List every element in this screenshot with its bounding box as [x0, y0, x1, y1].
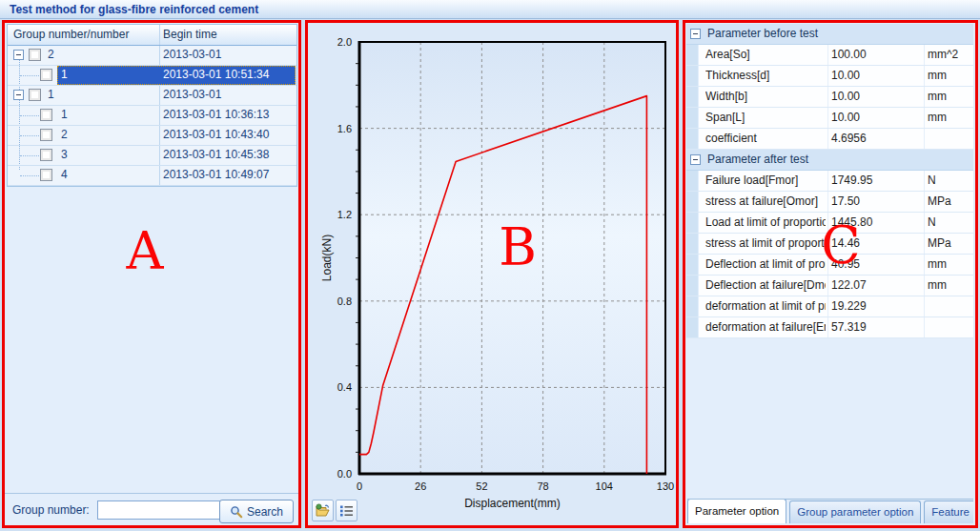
open-folder-button[interactable]: [312, 500, 334, 521]
collapse-icon[interactable]: [13, 50, 24, 60]
parameter-name: deformation at failure[Emor]: [705, 320, 826, 334]
row-gutter: [686, 129, 699, 149]
column-divider: [159, 146, 160, 165]
x-tick-label: 26: [415, 480, 426, 492]
tree-connector-stub: [20, 175, 39, 176]
checkbox[interactable]: [40, 169, 52, 181]
table-row[interactable]: 12013-03-01: [8, 86, 296, 106]
checkbox[interactable]: [29, 49, 41, 61]
table-row[interactable]: 22013-03-01: [8, 46, 296, 66]
parameter-unit: mm: [928, 278, 947, 292]
begin-time-cell: 2013-03-01 10:51:34: [163, 68, 269, 81]
column-divider: [924, 66, 925, 86]
parameter-name: Thickness[d]: [705, 69, 826, 82]
x-tick-label: 52: [476, 480, 487, 492]
column-divider: [924, 192, 925, 212]
tab-parameter-option[interactable]: Parameter option: [687, 499, 786, 523]
parameter-name: coefficient: [705, 132, 826, 145]
collapse-icon[interactable]: [13, 90, 24, 100]
parameter-name: Deflection at limit of proporti...: [705, 257, 826, 271]
y-tick-label: 0.8: [337, 296, 352, 307]
collapse-icon[interactable]: [690, 154, 701, 165]
table-header[interactable]: Group number/number Begin time: [8, 25, 296, 46]
tab-group-parameter-option[interactable]: Group parameter option: [789, 500, 921, 523]
test-number-cell: 1: [61, 68, 68, 81]
parameter-name: Area[So]: [705, 48, 826, 61]
section-header[interactable]: Parameter before test: [686, 24, 973, 45]
parameter-name: Width[b]: [705, 90, 826, 103]
parameter-name: Span[L]: [705, 111, 826, 124]
test-number-cell: 4: [61, 168, 68, 181]
parameter-value: 10.00: [831, 90, 922, 103]
y-axis-label: Load(kN): [320, 235, 334, 281]
tab-feature[interactable]: Feature: [924, 500, 973, 523]
row-gutter: [686, 87, 699, 107]
table-row[interactable]: 32013-03-01 10:45:38: [8, 146, 296, 166]
table-row[interactable]: 12013-03-01 10:36:13: [8, 106, 296, 126]
parameter-value: 4.6956: [831, 132, 922, 145]
parameter-row[interactable]: deformation at failure[Emor]57.319: [686, 317, 973, 338]
checkbox[interactable]: [40, 109, 52, 121]
parameter-name: stress at limit of proportiona...: [705, 236, 826, 250]
column-divider: [827, 45, 828, 65]
search-button[interactable]: Search: [219, 500, 294, 523]
parameter-row[interactable]: coefficient4.6956: [686, 129, 973, 150]
column-header-group-number[interactable]: Group number/number: [13, 28, 129, 41]
parameter-value: 10.00: [831, 69, 922, 82]
row-gutter: [686, 276, 699, 296]
column-divider: [827, 66, 828, 86]
parameter-row[interactable]: Thickness[d]10.00mm: [686, 66, 973, 87]
parameter-row[interactable]: Span[L]10.00mm: [686, 108, 973, 129]
panel-a-test-list: Group number/number Begin time 22013-03-…: [2, 20, 301, 528]
parameter-unit: mm: [928, 257, 947, 271]
parameter-value: 19.229: [831, 299, 922, 313]
parameter-unit: N: [928, 215, 936, 229]
column-divider: [827, 129, 828, 149]
column-header-begin-time[interactable]: Begin time: [163, 28, 217, 41]
checkbox[interactable]: [40, 69, 52, 81]
parameter-row[interactable]: Area[So]100.00mm^2: [686, 45, 973, 66]
test-number-cell: 1: [61, 108, 68, 121]
section-title: Parameter before test: [707, 27, 818, 40]
parameter-unit: mm^2: [928, 48, 958, 61]
tree-connector-stub: [20, 155, 39, 156]
parameter-row[interactable]: Width[b]10.00mm: [686, 87, 973, 108]
column-divider: [827, 87, 828, 107]
annotation-letter-a: A: [127, 226, 164, 277]
parameter-unit: MPa: [928, 194, 951, 208]
tree-connector-stub: [20, 115, 39, 116]
section-header[interactable]: Parameter after test: [686, 150, 973, 171]
parameter-row[interactable]: stress at failure[Omor]17.50MPa: [686, 192, 973, 213]
parameter-row[interactable]: deformation at limit of propo...19.229: [686, 296, 973, 317]
parameter-value: 10.00: [831, 111, 922, 124]
parameter-name: deformation at limit of propo...: [705, 299, 826, 313]
x-tick-label: 0: [357, 480, 362, 492]
column-divider: [924, 129, 925, 149]
checkbox[interactable]: [40, 129, 52, 141]
group-number-label: Group number:: [12, 503, 90, 517]
y-tick-label: 0.0: [337, 468, 352, 480]
column-divider: [924, 255, 925, 275]
table-row[interactable]: 42013-03-01 10:49:07: [8, 166, 296, 186]
checkbox[interactable]: [40, 149, 52, 161]
row-gutter: [686, 66, 699, 86]
list-view-button[interactable]: [336, 500, 357, 521]
parameter-tab-bar: Parameter optionGroup parameter optionFe…: [687, 499, 973, 523]
group-number-cell: 1: [48, 88, 54, 101]
tree-connector-stub: [20, 135, 39, 136]
parameter-row[interactable]: Failure load[Fmor]1749.95N: [686, 171, 973, 192]
table-row[interactable]: 12013-03-01 10:51:34: [8, 66, 296, 86]
checkbox[interactable]: [29, 89, 41, 101]
test-number-cell: 2: [61, 128, 68, 141]
x-axis-label: Displacement(mm): [464, 497, 561, 510]
column-divider: [827, 108, 828, 128]
parameter-row[interactable]: Deflection at failure[Dmor]122.07mm: [686, 276, 973, 296]
table-row[interactable]: 22013-03-01 10:43:40: [8, 126, 296, 146]
row-gutter: [686, 45, 699, 65]
x-tick-label: 78: [537, 480, 548, 492]
parameter-name: Deflection at failure[Dmor]: [705, 278, 826, 292]
group-number-input[interactable]: [97, 500, 222, 520]
collapse-icon[interactable]: [690, 29, 701, 39]
parameter-value: 1749.95: [831, 174, 922, 187]
search-bar: Group number: Search: [5, 495, 298, 525]
